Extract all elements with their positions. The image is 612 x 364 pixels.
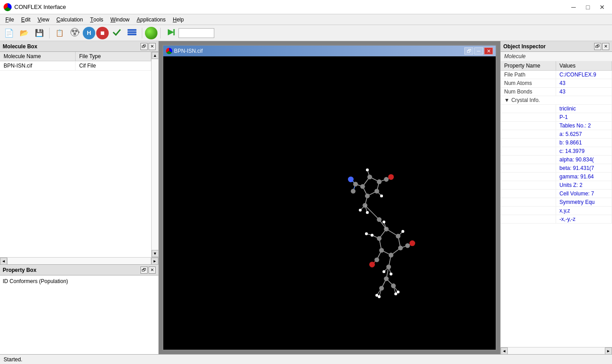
oi-row-10: alpha: 90.834( bbox=[501, 156, 612, 164]
oi-restore-btn[interactable]: 🗗 bbox=[594, 43, 601, 50]
open-button[interactable]: 📂 bbox=[17, 27, 31, 39]
svg-point-62 bbox=[388, 174, 394, 180]
svg-point-53 bbox=[360, 184, 365, 189]
svg-point-56 bbox=[377, 179, 382, 184]
svg-point-83 bbox=[401, 230, 404, 233]
app-title: CONFLEX Interface bbox=[14, 4, 66, 10]
oi-hscroll-left[interactable]: ◄ bbox=[501, 347, 508, 355]
oi-prop-value-indent: x,y,z bbox=[556, 207, 612, 215]
oi-prop-name-indent bbox=[501, 130, 556, 139]
menu-edit[interactable]: Edit bbox=[17, 15, 34, 25]
oi-prop-name-indent bbox=[501, 156, 556, 164]
copy-icon: 📋 bbox=[55, 29, 64, 37]
molecule-box-hscrollbar: ◄ ► bbox=[0, 257, 158, 264]
oi-row-1: Num Atoms43 bbox=[501, 79, 612, 88]
mol-win-minimize-btn[interactable]: ─ bbox=[474, 47, 483, 55]
oi-prop-value-indent: a: 5.6257 bbox=[556, 130, 612, 139]
svg-rect-10 bbox=[128, 34, 136, 35]
oi-prop-value-indent: triclinic bbox=[556, 105, 612, 113]
oi-prop-value: C:/CONFLEX.9 bbox=[556, 71, 612, 79]
oi-header-controls: 🗗 ✕ bbox=[594, 43, 609, 50]
property-box-close-btn[interactable]: ✕ bbox=[149, 267, 156, 274]
scroll-track[interactable] bbox=[152, 59, 158, 250]
oi-prop-name-indent bbox=[501, 147, 556, 156]
molecule-window-buttons: 🗗 ─ ✕ bbox=[464, 47, 493, 55]
center-area: BPN-ISN.cif 🗗 ─ ✕ bbox=[159, 41, 500, 354]
oi-prop-name-indent bbox=[501, 215, 556, 224]
separator-1 bbox=[49, 28, 50, 38]
molecule-window: BPN-ISN.cif 🗗 ─ ✕ bbox=[162, 45, 497, 351]
save-button[interactable]: 💾 bbox=[32, 27, 47, 39]
close-button[interactable]: ✕ bbox=[596, 2, 608, 12]
menu-help[interactable]: Help bbox=[169, 15, 187, 25]
molecule-box-restore-btn[interactable]: 🗗 bbox=[140, 43, 148, 50]
conflex-button[interactable] bbox=[68, 27, 82, 39]
oi-row-4: triclinic bbox=[501, 105, 612, 113]
save-icon: 💾 bbox=[35, 29, 44, 37]
molecule-viewport[interactable] bbox=[163, 56, 496, 350]
svg-point-79 bbox=[382, 270, 385, 273]
hscroll-track[interactable] bbox=[7, 258, 151, 264]
minimize-button[interactable]: ─ bbox=[567, 2, 580, 12]
mol-win-restore-btn[interactable]: 🗗 bbox=[464, 47, 473, 55]
new-icon: 📄 bbox=[4, 28, 14, 38]
property-box-restore-btn[interactable]: 🗗 bbox=[140, 267, 148, 274]
main-area: Molecule Box 🗗 ✕ Molecule Name File Type bbox=[0, 41, 612, 354]
col-molecule-name: Molecule Name bbox=[0, 52, 76, 61]
oi-prop-value-indent: Units Z: 2 bbox=[556, 181, 612, 190]
oi-prop-name: File Path bbox=[501, 71, 556, 79]
oi-row-9: c: 14.3979 bbox=[501, 147, 612, 156]
oi-close-btn[interactable]: ✕ bbox=[602, 43, 609, 50]
menu-file[interactable]: File bbox=[2, 15, 17, 25]
oi-prop-name-indent bbox=[501, 181, 556, 190]
oi-prop-value-indent: Tables No.: 2 bbox=[556, 122, 612, 130]
svg-point-71 bbox=[398, 245, 403, 250]
oi-hscroll-right[interactable]: ► bbox=[605, 347, 612, 355]
oi-row-15: Symmetry Equ bbox=[501, 198, 612, 207]
stop-button[interactable]: ■ bbox=[96, 27, 109, 39]
oi-prop-name-indent bbox=[501, 113, 556, 122]
oi-prop-value-indent: Symmetry Equ bbox=[556, 198, 612, 207]
molecule-row-0[interactable]: BPN-ISN.cif Cif File bbox=[0, 61, 151, 71]
scroll-down-btn[interactable]: ▼ bbox=[152, 250, 159, 257]
svg-point-55 bbox=[374, 189, 379, 194]
app-icon bbox=[4, 3, 12, 11]
oi-group-cell: ▼Crystal Info. bbox=[501, 96, 612, 105]
menu-tools[interactable]: Tools bbox=[86, 15, 106, 25]
svg-point-80 bbox=[390, 273, 392, 275]
oi-prop-value-indent: -x,-y,-z bbox=[556, 215, 612, 224]
oi-row-16: x,y,z bbox=[501, 207, 612, 215]
maximize-button[interactable]: □ bbox=[582, 2, 594, 12]
menu-view[interactable]: View bbox=[34, 15, 53, 25]
separator-2 bbox=[142, 28, 142, 38]
molecule-box-close-btn[interactable]: ✕ bbox=[149, 43, 156, 50]
layers-button[interactable] bbox=[125, 27, 139, 39]
oi-hscroll-track[interactable] bbox=[508, 347, 605, 354]
oi-prop-value: 43 bbox=[556, 79, 612, 88]
svg-point-70 bbox=[389, 253, 394, 258]
svg-point-52 bbox=[367, 175, 372, 180]
mol-win-close-btn[interactable]: ✕ bbox=[484, 47, 493, 55]
menu-applications[interactable]: Applications bbox=[133, 15, 170, 25]
scroll-up-btn[interactable]: ▲ bbox=[152, 52, 159, 59]
h-button[interactable]: H bbox=[83, 27, 95, 39]
hscroll-right-btn[interactable]: ► bbox=[151, 258, 158, 265]
oi-row-11: beta: 91.431(7 bbox=[501, 164, 612, 173]
menu-window[interactable]: Window bbox=[107, 15, 133, 25]
check-icon bbox=[111, 27, 122, 38]
oi-section-label: Molecule bbox=[501, 52, 612, 61]
check-button[interactable] bbox=[110, 27, 124, 39]
arrow-button[interactable] bbox=[163, 27, 178, 39]
oi-row-5: P-1 bbox=[501, 113, 612, 122]
sphere-button[interactable] bbox=[145, 27, 157, 39]
copy-button[interactable]: 📋 bbox=[52, 27, 67, 39]
menu-calculation[interactable]: Calculation bbox=[53, 15, 86, 25]
hscroll-left-btn[interactable]: ◄ bbox=[0, 258, 7, 265]
toolbar-input[interactable] bbox=[178, 28, 214, 38]
tree-toggle-icon[interactable]: ▼ bbox=[504, 97, 510, 103]
oi-prop-name-indent bbox=[501, 164, 556, 173]
new-button[interactable]: 📄 bbox=[2, 27, 16, 39]
svg-point-85 bbox=[379, 286, 384, 291]
conflex-icon bbox=[70, 27, 80, 38]
oi-row-6: Tables No.: 2 bbox=[501, 122, 612, 130]
